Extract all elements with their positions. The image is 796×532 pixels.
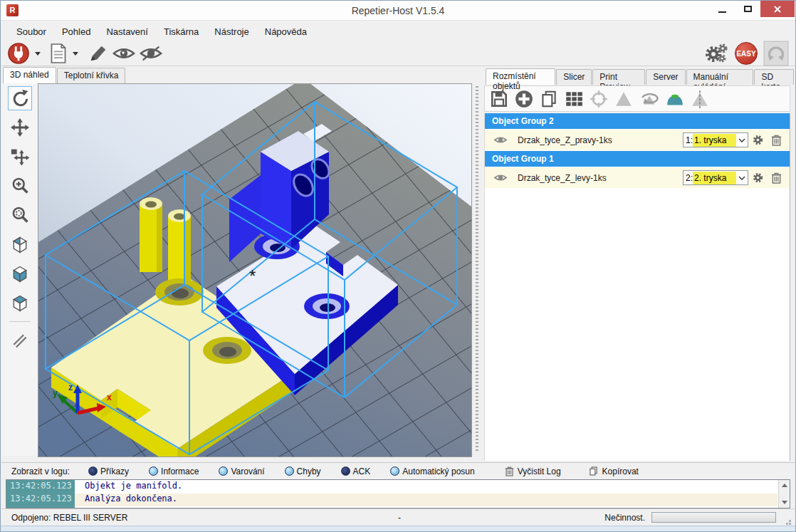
printer-settings-gears-icon[interactable] [703,43,729,64]
menu-napoveda[interactable]: Nápověda [257,23,315,41]
menu-nastroje[interactable]: Nástroje [206,23,256,41]
tool-separator [9,321,31,322]
panel-splitter[interactable] [472,83,482,457]
toggle-commands[interactable]: Příkazy [88,466,129,476]
easy-mode-button[interactable]: EASY [735,42,758,65]
view-front-tool[interactable] [8,261,32,286]
viewport-tool-strip [1,83,38,456]
visibility-eye-icon[interactable] [493,173,508,182]
zoom-fit-tool[interactable] [8,203,32,227]
clear-log-button[interactable]: Vyčistit Log [505,466,561,476]
svg-text:y: y [53,388,58,398]
printer-state: Nečinnost. [604,513,645,523]
maximize-button[interactable] [735,1,760,17]
tab-slicer[interactable]: Slicer [556,69,592,85]
add-object-icon[interactable] [514,89,534,109]
log-entry: 13:42:05.123 Objekt je manifold. [6,481,777,494]
connect-icon[interactable] [7,42,30,65]
edit-pencil-icon[interactable] [88,43,108,63]
object-settings-gear-icon[interactable] [748,172,767,184]
hide-travel-icon[interactable] [140,45,162,62]
object-toolbar [484,85,790,112]
connect-dropdown-icon[interactable] [35,52,41,56]
zoom-view-tool[interactable] [8,174,32,198]
object-group-header[interactable]: Object Group 1 [485,151,790,167]
parallel-lines-icon [11,331,29,350]
zoom-fit-icon [11,206,29,224]
load-file-icon[interactable] [49,43,68,64]
3d-viewport[interactable]: y z x * [38,83,472,457]
toggle-indicator-icon [341,466,350,476]
tab-3d-preview[interactable]: 3D náhled [3,67,56,83]
save-icon[interactable] [489,89,509,109]
minimize-button[interactable] [709,1,735,17]
rotate-view-tool[interactable] [8,86,32,110]
view-tabs: 3D náhled Teplotní křivka [3,68,126,83]
menu-soubor[interactable]: Soubor [9,23,54,41]
show-filament-icon[interactable] [112,45,135,62]
trash-icon [505,466,514,476]
move-view-icon [11,118,29,137]
tab-manual-control[interactable]: Manuální ovládání [686,69,754,85]
toggle-ack[interactable]: ACK [341,466,371,476]
menu-nastaveni[interactable]: Nastavení [98,23,156,41]
toggle-indicator-icon [149,466,158,476]
copy-object-icon[interactable] [539,89,559,109]
view-top-tool[interactable] [8,291,32,315]
toggle-indicator-icon [390,466,399,476]
toggle-errors[interactable]: Chyby [285,466,321,476]
tab-temperature-curve[interactable]: Teplotní křivka [57,68,126,83]
move-object-tool[interactable] [8,145,32,169]
tab-server[interactable]: Server [646,69,685,85]
copy-log-button[interactable]: Kopírovat [588,466,639,476]
toggle-warnings[interactable]: Varování [219,466,264,476]
log-output[interactable]: 13:42:05.123 Objekt je manifold. 13:42:0… [6,479,790,508]
load-dropdown-icon[interactable] [73,52,78,56]
object-group-header[interactable]: Object Group 2 [485,113,790,129]
extruder-select[interactable]: 1: 1. tryska [683,132,748,147]
top-cube-icon [11,293,29,312]
extruder-select[interactable]: 2: 2. tryska [683,170,748,185]
log-filter-bar: Zobrazit v logu: Příkazy Informace Varov… [1,462,795,479]
connection-status: Odpojeno: REBEL III SERVER [11,513,127,523]
copy-icon [588,466,599,476]
move-view-tool[interactable] [8,115,32,140]
log-entry: 13:42:05.123 Analýza dokončena. [6,494,777,506]
isometric-cube-icon [11,235,29,254]
object-row[interactable]: Drzak_tyce_Z_pravy-1ks 1: 1. tryska [485,130,790,150]
menu-pohled[interactable]: Pohled [54,23,98,41]
object-name: Drzak_tyce_Z_pravy-1ks [518,135,683,145]
title-bar[interactable]: R Repetier-Host V1.5.4 [1,1,795,21]
scroll-down-icon[interactable] [782,501,787,504]
toggle-info[interactable]: Informace [149,466,199,476]
autoposition-icon[interactable] [564,89,584,109]
menu-tiskarna[interactable]: Tiskárna [156,23,206,41]
object-settings-gear-icon[interactable] [748,134,767,146]
emergency-stop-icon [763,41,789,66]
tab-sd-card[interactable]: SD karta [754,69,794,85]
main-toolbar: EASY [1,41,795,66]
lay-flat-icon[interactable] [665,89,685,109]
right-panel: Rozmístění objektů Slicer Print Preview … [483,66,795,462]
right-panel-tabs: Rozmístění objektů Slicer Print Preview … [486,69,795,85]
toggle-autoscroll[interactable]: Automatický posun [390,466,474,476]
zoom-in-icon [11,177,29,195]
move-object-icon [11,147,29,166]
object-list: Object Group 2 Drzak_tyce_Z_pravy-1ks 1:… [484,113,790,461]
resize-grip-icon[interactable] [789,520,791,522]
visibility-eye-icon[interactable] [493,135,508,145]
toggle-perspective-tool[interactable] [8,328,32,353]
center-object-icon [589,89,609,109]
tab-print-preview[interactable]: Print Preview [592,69,645,85]
cut-object-icon [690,89,710,109]
view-isometric-tool[interactable] [8,232,32,256]
delete-object-trash-icon[interactable] [767,172,785,184]
object-row[interactable]: Drzak_tyce_Z_levy-1ks 2: 2. tryska [485,167,790,188]
scroll-up-icon[interactable] [782,484,787,487]
tab-object-placement[interactable]: Rozmístění objektů [486,68,555,85]
app-window: R Repetier-Host V1.5.4 Soubor Pohled Nas… [0,0,796,532]
delete-object-trash-icon[interactable] [767,134,785,146]
close-button[interactable] [760,1,795,17]
chevron-down-icon [736,133,748,147]
log-scrollbar[interactable] [778,480,790,508]
